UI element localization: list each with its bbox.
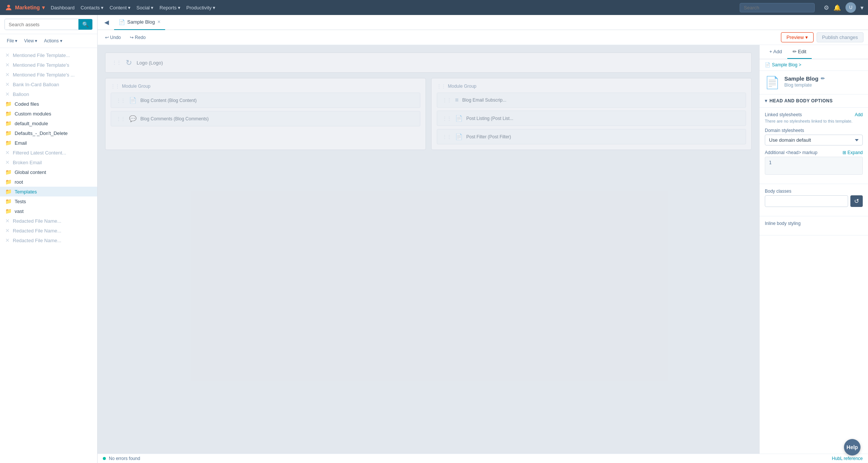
status-dot xyxy=(103,457,106,460)
sidebar-item-coded-files[interactable]: 📁 Coded files xyxy=(0,99,97,109)
hubl-reference-link[interactable]: HubL reference xyxy=(832,456,863,461)
nav-social[interactable]: Social ▾ xyxy=(137,5,153,10)
help-button[interactable]: Help xyxy=(844,439,860,456)
post-listing-handle: ⋮⋮ xyxy=(442,116,451,121)
section-head-body-header[interactable]: ▾ HEAD AND BODY OPTIONS xyxy=(760,94,868,108)
right-panel-edit-icon[interactable]: ✏ xyxy=(821,76,825,81)
nav-productivity[interactable]: Productivity ▾ xyxy=(187,5,215,10)
redo-button[interactable]: ↪ Redo xyxy=(127,33,149,42)
logo-module[interactable]: ⋮⋮ ↻ Logo (Logo) xyxy=(105,52,752,73)
additional-head-label-row: Additional <head> markup ⊞ Expand xyxy=(765,150,863,155)
domain-stylesheets-select[interactable]: Use domain default Custom None xyxy=(765,135,863,145)
blog-email-module[interactable]: ⋮⋮ ≡ Blog Email Subscrip... xyxy=(437,93,746,108)
actions-menu-button[interactable]: Actions ▾ xyxy=(42,37,64,45)
search-box: 🔍 xyxy=(5,19,93,30)
sidebar-item-email[interactable]: 📁 Email xyxy=(0,138,97,148)
sidebar-item-templates[interactable]: 📁 Templates xyxy=(0,187,97,196)
module-group-left: ⋮⋮ Module Group ⋮⋮ 📄 Blog Content (Blog … xyxy=(105,78,426,150)
group-right-handle: ⋮⋮ xyxy=(437,84,446,89)
settings-icon[interactable]: ⚙ xyxy=(824,4,829,11)
post-filter-module[interactable]: ⋮⋮ 📄 Post Filter (Post Filter) xyxy=(437,129,746,144)
sidebar-toggle-button[interactable]: ◀ xyxy=(101,17,112,27)
folder-icon-vast: 📁 xyxy=(5,208,12,214)
expand-button[interactable]: ⊞ Expand xyxy=(842,150,863,155)
blog-comments-icon: 💬 xyxy=(129,115,137,122)
sidebar-item-defaults[interactable]: 📁 Defaults_-_Don't_Delete xyxy=(0,128,97,138)
search-button[interactable]: 🔍 xyxy=(78,19,92,30)
linked-stylesheets-desc: There are no stylesheets linked to this … xyxy=(765,119,863,123)
body-classes-label: Body classes xyxy=(765,189,791,194)
sidebar-item-label-2: Mentioned File Template's xyxy=(13,62,92,68)
right-panel-title-area: Sample Blog ✏ Blog template xyxy=(784,75,825,88)
view-menu-button[interactable]: View ▾ xyxy=(22,37,39,45)
notification-icon[interactable]: 🔔 xyxy=(833,4,841,11)
brand-logo[interactable]: Marketing ▾ xyxy=(5,3,45,12)
global-search-input[interactable] xyxy=(740,3,815,12)
search-input[interactable] xyxy=(5,19,78,30)
editor-canvas: ⋮⋮ ↻ Logo (Logo) ⋮⋮ Module Group ⋮⋮ xyxy=(98,45,759,454)
tab-sample-blog[interactable]: 📄 Sample Blog ✕ xyxy=(114,15,165,30)
avatar-chevron[interactable]: ▾ xyxy=(860,4,863,11)
logo-module-label: Logo (Logo) xyxy=(137,60,163,66)
deleted-icon-5: ✕ xyxy=(5,91,10,97)
folder-icon-custom-modules: 📁 xyxy=(5,111,12,117)
deleted-icon-1: ✕ xyxy=(5,52,10,58)
domain-stylesheets-label: Domain stylesheets xyxy=(765,128,804,133)
sidebar-item-vast[interactable]: 📁 vast xyxy=(0,206,97,216)
user-avatar[interactable]: U xyxy=(845,2,856,13)
sidebar-item-deleted-7[interactable]: ✕ Broken Email xyxy=(0,157,97,167)
sidebar-item-deleted-1[interactable]: ✕ Mentioned File Template... xyxy=(0,50,97,60)
body-classes-field: Body classes ↺ xyxy=(765,189,863,207)
preview-button[interactable]: Preview ▾ xyxy=(781,32,814,42)
sidebar-item-deleted-9[interactable]: ✕ Redacted File Name... xyxy=(0,226,97,235)
sidebar-label-defaults: Defaults_-_Don't_Delete xyxy=(15,130,92,136)
sidebar-item-deleted-8[interactable]: ✕ Redacted File Name... xyxy=(0,216,97,226)
blog-content-handle: ⋮⋮ xyxy=(116,98,125,103)
file-list: ✕ Mentioned File Template... ✕ Mentioned… xyxy=(0,48,97,463)
sidebar-item-default-module[interactable]: 📁 default_module xyxy=(0,118,97,128)
top-navigation: Marketing ▾ Dashboard Contacts ▾ Content… xyxy=(0,0,868,15)
right-panel-tab-add[interactable]: + Add xyxy=(764,45,787,59)
right-panel-breadcrumb[interactable]: 📄 Sample Blog > xyxy=(760,59,868,71)
publish-button[interactable]: Publish changes xyxy=(817,32,863,42)
section-head-body-label: HEAD AND BODY OPTIONS xyxy=(770,98,833,103)
editor-row: ⋮⋮ ↻ Logo (Logo) ⋮⋮ Module Group ⋮⋮ xyxy=(98,45,868,454)
deleted-icon-10: ✕ xyxy=(5,237,10,243)
section-chevron: ▾ xyxy=(765,98,767,103)
sidebar-item-deleted-3[interactable]: ✕ Mentioned File Template's ... xyxy=(0,70,97,79)
sidebar-item-deleted-4[interactable]: ✕ Bank In-Card Balloan xyxy=(0,79,97,89)
nav-contacts[interactable]: Contacts ▾ xyxy=(81,5,104,10)
sidebar-item-deleted-5[interactable]: ✕ Balloon xyxy=(0,89,97,99)
sidebar-item-deleted-2[interactable]: ✕ Mentioned File Template's xyxy=(0,60,97,70)
body-classes-input[interactable] xyxy=(765,195,848,207)
body-classes-action-button[interactable]: ↺ xyxy=(850,195,863,207)
blog-email-label: Blog Email Subscrip... xyxy=(462,97,506,103)
sidebar-item-deleted-6[interactable]: ✕ Filtered Latest Content... xyxy=(0,148,97,157)
nav-dashboard[interactable]: Dashboard xyxy=(51,5,75,10)
sidebar-item-custom-modules[interactable]: 📁 Custom modules xyxy=(0,109,97,118)
additional-head-code[interactable]: 1 xyxy=(765,157,863,175)
deleted-icon-3: ✕ xyxy=(5,72,10,78)
linked-stylesheets-add-button[interactable]: Add xyxy=(855,112,863,117)
nav-reports[interactable]: Reports ▾ xyxy=(159,5,181,10)
sidebar-item-deleted-10[interactable]: ✕ Redacted File Name... xyxy=(0,235,97,245)
undo-button[interactable]: ↩ Undo xyxy=(102,33,124,42)
blog-comments-module[interactable]: ⋮⋮ 💬 Blog Comments (Blog Comments) xyxy=(111,111,420,126)
folder-icon-root: 📁 xyxy=(5,179,12,185)
breadcrumb-file-icon: 📄 xyxy=(765,62,770,67)
sidebar-item-global-content[interactable]: 📁 Global content xyxy=(0,167,97,177)
body-classes-section: Body classes ↺ xyxy=(760,184,868,216)
sidebar-item-root[interactable]: 📁 root xyxy=(0,177,97,187)
right-panel-tab-edit[interactable]: ✏ Edit xyxy=(787,45,812,59)
sidebar-item-tests[interactable]: 📁 Tests xyxy=(0,196,97,206)
blog-content-module[interactable]: ⋮⋮ 📄 Blog Content (Blog Content) xyxy=(111,93,420,108)
nav-content[interactable]: Content ▾ xyxy=(110,5,131,10)
module-group-right-label: Module Group xyxy=(448,84,477,89)
post-listing-module[interactable]: ⋮⋮ 📄 Post Listing (Post List... xyxy=(437,111,746,126)
folder-icon-defaults: 📁 xyxy=(5,130,12,136)
post-listing-label: Post Listing (Post List... xyxy=(466,116,513,121)
tab-label: Sample Blog xyxy=(127,19,155,25)
file-menu-button[interactable]: File ▾ xyxy=(5,37,20,45)
blog-content-icon: 📄 xyxy=(129,97,137,104)
tab-close-button[interactable]: ✕ xyxy=(157,19,161,24)
